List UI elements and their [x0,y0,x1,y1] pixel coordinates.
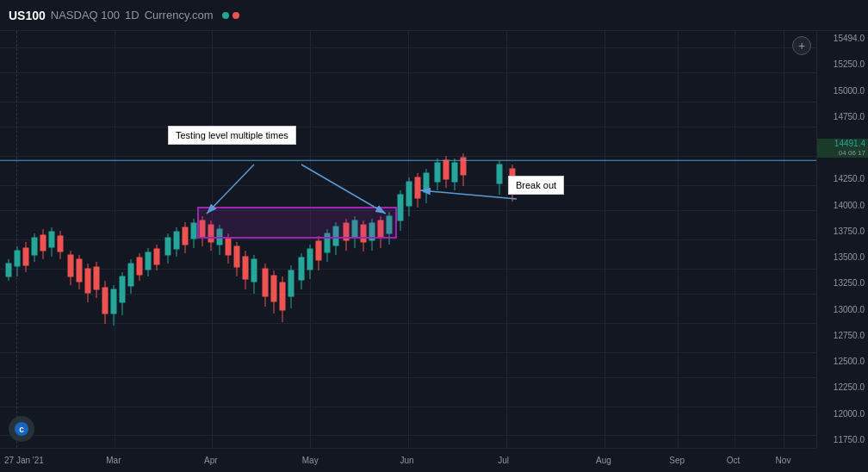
svg-rect-97 [435,163,440,182]
price-label-11: 13000.0 [817,306,868,314]
svg-rect-61 [271,276,276,301]
price-label-15: 12000.0 [817,410,868,419]
price-label-8: 13750.0 [817,227,868,236]
svg-rect-31 [137,258,142,275]
price-label-2: 15250.0 [817,60,868,69]
price-label-1: 15494.0 [817,34,868,43]
time-label-mar: Mar [106,456,121,465]
svg-rect-77 [344,223,349,240]
svg-rect-87 [387,216,392,233]
svg-rect-1 [6,264,11,276]
svg-rect-75 [333,227,338,245]
svg-rect-49 [217,229,222,245]
svg-rect-21 [94,267,99,289]
price-label-16: 11750.0 [817,436,868,444]
svg-rect-71 [316,241,321,260]
svg-rect-47 [208,225,214,242]
price-label-7: 14000.0 [817,202,868,210]
time-label-aug: Aug [596,456,611,465]
svg-rect-43 [191,223,196,239]
time-label-may: May [302,456,319,465]
price-label-14: 12250.0 [817,383,868,392]
svg-rect-91 [406,182,412,206]
svg-rect-19 [85,269,90,293]
svg-rect-63 [280,283,285,310]
svg-rect-39 [174,232,179,249]
status-dot-red [232,12,239,19]
svg-rect-59 [263,269,268,296]
svg-rect-99 [443,160,449,179]
price-label-13: 12500.0 [817,357,868,366]
currency-logo-icon: c [14,421,29,437]
index-name-label: NASDAQ 100 [51,9,120,22]
svg-rect-13 [58,236,63,252]
svg-rect-73 [325,233,330,252]
status-dot-green [222,12,229,19]
svg-rect-93 [415,177,420,198]
price-label-9: 13500.0 [817,253,868,262]
price-label-6: 14250.0 [817,175,868,183]
breakout-annotation: Break out [508,176,564,195]
svg-rect-15 [68,255,73,276]
svg-rect-105 [497,165,502,183]
svg-rect-3 [15,251,20,266]
svg-rect-89 [398,195,403,220]
svg-rect-23 [102,288,108,314]
time-label-nov: Nov [776,456,791,465]
chart-container: US100 NASDAQ 100 1D Currency.com [0,0,868,472]
price-label-3: 15000.0 [817,87,868,96]
currency-logo: c [9,416,34,442]
time-label-apr: Apr [204,456,218,465]
svg-rect-33 [146,252,151,270]
svg-rect-35 [154,249,159,264]
svg-rect-101 [452,163,457,182]
svg-rect-17 [77,259,82,282]
candlestick-chart: .bull { fill: #26a69a; stroke: #26a69a; … [0,31,816,448]
svg-rect-95 [424,173,429,192]
svg-rect-51 [226,238,231,255]
svg-rect-7 [32,238,37,255]
svg-rect-55 [243,257,248,279]
svg-text:c: c [19,425,24,434]
price-label-4: 14750.0 [817,113,868,121]
price-label-5: 14491.404 06 17 [817,139,868,158]
time-label-jun: Jun [400,456,414,465]
time-label-oct: Oct [727,456,741,465]
svg-rect-29 [128,264,133,286]
source-label: Currency.com [145,9,214,22]
symbol-label: US100 [9,9,46,22]
svg-rect-83 [369,223,375,240]
svg-rect-85 [378,220,383,238]
interval-label: 1D [125,9,140,22]
add-indicator-button[interactable]: + [792,36,811,55]
svg-rect-41 [183,227,188,245]
svg-rect-81 [361,225,366,242]
chart-area: .bull { fill: #26a69a; stroke: #26a69a; … [0,31,816,448]
price-label-10: 13250.0 [817,279,868,288]
svg-rect-67 [299,258,304,280]
price-label-12: 12750.0 [817,332,868,340]
svg-rect-53 [234,246,239,267]
chart-header: US100 NASDAQ 100 1D Currency.com [0,0,868,31]
time-label-sep: Sep [669,456,685,465]
time-axis: 27 Jan '21 Mar Apr May Jun Jul Aug Sep O… [0,448,816,472]
svg-rect-27 [120,276,125,302]
svg-rect-103 [461,158,466,175]
svg-rect-79 [352,220,357,238]
time-label-jul: Jul [498,456,509,465]
svg-rect-11 [49,232,54,247]
svg-rect-65 [288,270,294,296]
price-axis: 15494.0 15250.0 15000.0 14750.0 14491.40… [816,31,868,448]
svg-rect-25 [111,289,116,314]
svg-rect-5 [23,248,28,265]
svg-rect-37 [165,238,170,255]
svg-rect-45 [200,220,205,238]
svg-rect-69 [307,249,313,270]
svg-rect-9 [40,235,46,251]
svg-rect-57 [251,259,257,282]
testing-level-annotation: Testing level multiple times [168,126,296,145]
time-label-jan: 27 Jan '21 [4,456,44,465]
